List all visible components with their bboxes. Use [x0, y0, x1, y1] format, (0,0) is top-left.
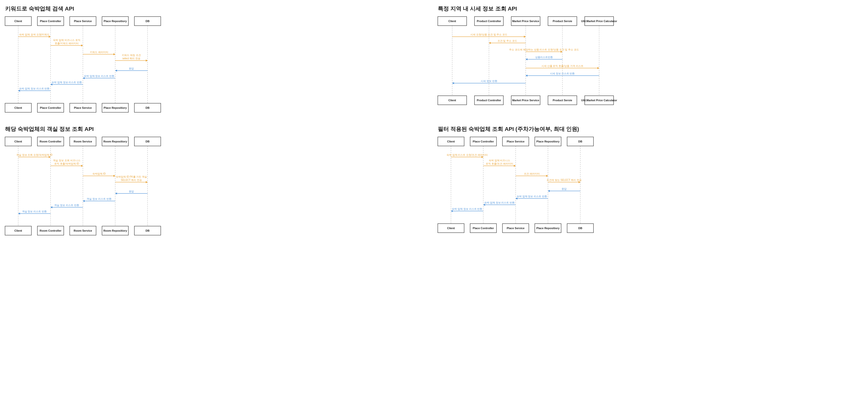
svg-text:Place Service: Place Service — [507, 227, 525, 229]
diagram-section-1: 특정 지역 내 시세 정보 조회 APIClientProduct Contro… — [438, 5, 863, 115]
svg-text:Client: Client — [447, 227, 455, 229]
svg-text:SELECT 쿼리 전송: SELECT 쿼리 전송 — [121, 179, 142, 181]
svg-text:객실 정보 리스트 반환: 객실 정보 리스트 반환 — [22, 210, 47, 213]
svg-marker-190 — [516, 197, 517, 199]
svg-marker-181 — [546, 175, 548, 177]
diagram-svg-0: ClientPlace ControllerPlace ServicePlace… — [5, 17, 161, 115]
svg-text:숙박업체 ID FK를 가진 객실: 숙박업체 ID FK를 가진 객실 — [116, 175, 147, 178]
svg-marker-80 — [489, 42, 491, 44]
diagram-section-3: 필터 적용된 숙박업체 조회 API (주차가능여부, 최대 인원)Client… — [438, 125, 863, 238]
svg-text:응답: 응답 — [129, 67, 134, 70]
svg-text:로직 호출/숙박업체 ID: 로직 호출/숙박업체 ID — [54, 162, 79, 165]
svg-text:시세 정보 리스트 반환: 시세 정보 리스트 반환 — [550, 72, 575, 75]
svg-text:Room Repositiory: Room Repositiory — [103, 229, 127, 232]
svg-text:객실 정보 리스트 반환: 객실 정보 리스트 반환 — [87, 197, 111, 200]
svg-text:DB: DB — [146, 106, 150, 109]
diagram-svg-1: ClientProduct ControllerMarket Price Ser… — [438, 17, 614, 107]
svg-text:조건에 맞는 SELECT 쿼리 전송: 조건에 맞는 SELECT 쿼리 전송 — [547, 179, 582, 181]
svg-text:Room Service: Room Service — [73, 229, 92, 232]
svg-text:응답: 응답 — [129, 190, 134, 193]
svg-marker-130 — [114, 175, 115, 177]
svg-text:Place Repositiory: Place Repositiory — [536, 227, 560, 229]
svg-text:키워드 패러미터: 키워드 패러미터 — [90, 51, 108, 54]
svg-marker-143 — [51, 206, 52, 208]
svg-marker-196 — [451, 210, 453, 212]
svg-text:숙박 업체 검색 요청/키워드: 숙박 업체 검색 요청/키워드 — [19, 33, 50, 36]
svg-text:숙박업체 ID: 숙박업체 ID — [92, 172, 106, 175]
svg-text:Room Controller: Room Controller — [40, 229, 62, 232]
svg-text:Client: Client — [14, 106, 22, 109]
svg-marker-133 — [146, 181, 148, 183]
svg-text:숙박 업체 정보 리스트 반환: 숙박 업체 정보 리스트 반환 — [19, 87, 50, 90]
svg-text:시세 정보 반환: 시세 정보 반환 — [481, 80, 497, 83]
svg-text:Room Repositiory: Room Repositiory — [103, 140, 127, 143]
svg-text:응답: 응답 — [562, 187, 567, 190]
diagram-title-0: 키워드로 숙박업체 검색 API — [5, 5, 430, 12]
svg-marker-92 — [526, 74, 527, 76]
svg-text:Product Controller: Product Controller — [477, 99, 501, 102]
svg-text:Product Servie: Product Servie — [553, 99, 572, 102]
svg-marker-193 — [483, 204, 485, 206]
svg-marker-146 — [18, 213, 20, 215]
svg-text:Client: Client — [448, 20, 456, 23]
svg-text:Place Repositiory: Place Repositiory — [104, 106, 127, 109]
svg-text:Product Controller: Product Controller — [477, 20, 501, 23]
svg-marker-177 — [514, 165, 516, 167]
svg-text:숙박 업체 정보 리스트 반환: 숙박 업체 정보 리스트 반환 — [84, 74, 114, 78]
svg-marker-26 — [49, 36, 51, 38]
svg-text:숙박 업체 리스트 요청/조건 패러미터: 숙박 업체 리스트 요청/조건 패러미터 — [446, 154, 488, 156]
svg-text:조건 및 주소 코드: 조건 및 주소 코드 — [498, 39, 517, 42]
svg-text:Place Service: Place Service — [74, 20, 92, 23]
svg-text:Util.Market Price Calculator: Util.Market Price Calculator — [581, 99, 617, 102]
svg-text:숙박 업체 정보 리스트 반환: 숙박 업체 정보 리스트 반환 — [517, 195, 547, 198]
svg-text:Client: Client — [447, 140, 455, 143]
diagram-section-0: 키워드로 숙박업체 검색 APIClientPlace ControllerPl… — [5, 5, 430, 115]
svg-text:Market Price Service: Market Price Service — [512, 99, 539, 102]
svg-text:로직 호출/조건 패러미터: 로직 호출/조건 패러미터 — [486, 162, 513, 165]
diagram-title-3: 필터 적용된 숙박업체 조회 API (주차가능여부, 최대 인원) — [438, 125, 863, 133]
svg-text:숙박 업체 비즈니스: 숙박 업체 비즈니스 — [489, 159, 510, 162]
svg-marker-43 — [83, 77, 85, 79]
svg-marker-86 — [526, 58, 527, 60]
svg-text:Place Repositiory: Place Repositiory — [104, 20, 127, 23]
svg-text:DB: DB — [146, 20, 150, 23]
svg-text:숙박 업체 정보 리스트 반환: 숙박 업체 정보 리스트 반환 — [452, 208, 482, 210]
svg-text:Place Controller: Place Controller — [473, 227, 494, 229]
svg-marker-36 — [146, 60, 148, 62]
svg-text:Place Controller: Place Controller — [473, 140, 494, 143]
svg-text:호출/키워드 패러미터: 호출/키워드 패러미터 — [55, 42, 79, 45]
svg-text:Place Controller: Place Controller — [40, 20, 61, 23]
svg-text:Client: Client — [14, 20, 22, 23]
svg-text:Client: Client — [448, 99, 456, 102]
svg-marker-46 — [51, 84, 52, 86]
svg-text:숙박 업체 정보 리스트 반환: 숙박 업체 정보 리스트 반환 — [484, 201, 515, 204]
svg-marker-123 — [49, 156, 51, 158]
svg-text:Room Controller: Room Controller — [40, 140, 62, 143]
svg-text:숙박 업체 비즈니스 로직: 숙박 업체 비즈니스 로직 — [53, 39, 80, 41]
svg-marker-33 — [114, 53, 115, 55]
svg-text:Client: Client — [14, 140, 22, 143]
diagram-title-1: 특정 지역 내 시세 정보 조회 API — [438, 5, 863, 12]
svg-text:Market Price Service: Market Price Service — [512, 20, 539, 23]
svg-text:키워드 매칭 조건: 키워드 매칭 조건 — [122, 54, 141, 57]
svg-text:DB: DB — [146, 229, 150, 232]
svg-text:객실 정보 조회 비즈니스: 객실 정보 조회 비즈니스 — [53, 159, 80, 162]
diagram-svg-3: ClientPlace ControllerPlace ServicePlace… — [438, 137, 593, 235]
svg-text:Client: Client — [14, 229, 22, 232]
svg-text:시세 산출 로직 호출/상품 가격 리스트: 시세 산출 로직 호출/상품 가격 리스트 — [541, 65, 583, 67]
svg-text:Util.Market Price Calculator: Util.Market Price Calculator — [581, 20, 617, 23]
svg-text:DB: DB — [146, 140, 150, 143]
svg-text:Place Service: Place Service — [74, 106, 92, 109]
svg-text:객실 정보 조회 요청/숙박업체 ID: 객실 정보 조회 요청/숙박업체 ID — [16, 154, 53, 156]
svg-text:select 쿼리 전송: select 쿼리 전송 — [122, 57, 141, 60]
svg-text:숙박 업체 정보 리스트 반환: 숙박 업체 정보 리스트 반환 — [52, 81, 82, 84]
svg-text:객실 정보 리스트 반환: 객실 정보 리스트 반환 — [54, 204, 79, 207]
svg-marker-126 — [81, 165, 83, 167]
svg-marker-89 — [597, 67, 599, 69]
svg-marker-184 — [579, 181, 581, 183]
svg-text:Place Repositiory: Place Repositiory — [536, 140, 560, 143]
diagram-title-2: 해당 숙박업체의 객실 정보 조회 API — [5, 125, 430, 133]
diagram-svg-2: ClientRoom ControllerRoom ServiceRoom Re… — [5, 137, 161, 238]
svg-marker-29 — [81, 44, 83, 47]
svg-marker-49 — [18, 90, 20, 92]
